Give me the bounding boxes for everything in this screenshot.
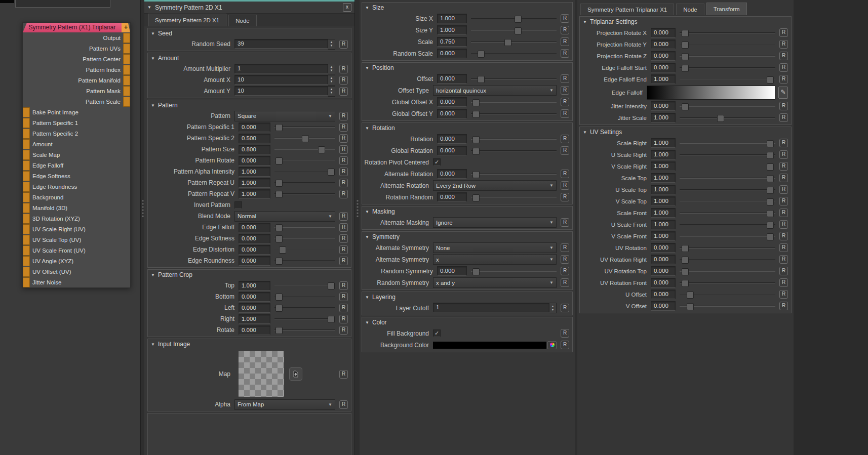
slider-handle[interactable] [275,191,283,198]
input-connector[interactable] [23,107,30,117]
value-field[interactable]: 1.000 [651,231,676,241]
slider[interactable] [274,133,335,144]
reset-button[interactable]: R [779,290,788,299]
spinner-buttons[interactable]: ▲▼ [328,75,335,86]
reset-button[interactable]: R [779,28,788,37]
slider-handle[interactable] [472,194,480,201]
reset-button[interactable]: R [561,255,569,264]
reset-button[interactable]: R [339,87,348,96]
slider[interactable] [274,324,335,336]
spin-up-icon[interactable]: ▲ [330,65,333,69]
value-field[interactable]: 0.000 [239,325,270,335]
slider-handle[interactable] [275,124,283,131]
reset-button[interactable]: R [561,49,569,58]
reset-button[interactable]: R [339,212,348,221]
slider[interactable] [471,192,557,203]
input-connector[interactable] [23,267,30,277]
slider-handle[interactable] [472,268,480,275]
reset-button[interactable]: R [339,145,348,154]
reset-button[interactable]: R [561,181,569,190]
spin-up-icon[interactable]: ▲ [330,40,333,44]
slider[interactable] [274,188,335,199]
value-field[interactable]: 1.000 [239,281,270,291]
slider-handle[interactable] [472,148,480,155]
value-field[interactable]: 0.000 [651,278,676,287]
value-field[interactable]: 0.000 [651,255,676,264]
input-connector[interactable] [23,245,30,256]
slider[interactable] [274,291,335,302]
reset-button[interactable]: R [561,109,569,118]
slider-handle[interactable] [682,103,689,110]
slider[interactable] [471,48,557,59]
reset-button[interactable]: R [561,37,569,46]
reset-button[interactable]: R [339,293,348,301]
slider-handle[interactable] [472,136,480,143]
reset-button[interactable]: R [779,220,788,229]
slider[interactable] [680,277,775,288]
slider[interactable] [274,121,335,133]
node-graph-panel[interactable]: Symmetry Pattern (X1) Triplanar + Output… [0,0,141,455]
falloff-gradient[interactable] [647,86,775,100]
reset-button[interactable]: R [561,341,569,349]
slider-handle[interactable] [687,292,694,299]
reset-button[interactable]: R [339,112,348,120]
slider-handle[interactable] [318,146,325,153]
slider-handle[interactable] [472,171,480,178]
slider[interactable] [680,231,775,242]
slider-handle[interactable] [328,316,335,323]
slider-handle[interactable] [767,233,774,240]
input-connector[interactable] [23,150,30,160]
slider[interactable] [471,25,557,36]
slider[interactable] [680,242,775,254]
spin-down-icon[interactable]: ▼ [551,308,555,312]
value-field[interactable]: 0.000 [239,156,270,166]
reset-button[interactable]: R [339,245,348,254]
reset-button[interactable]: R [561,193,569,201]
checkbox[interactable]: ✓ [433,329,441,337]
value-field[interactable]: 0.000 [239,292,270,302]
reset-button[interactable]: R [779,209,788,217]
spin-up-icon[interactable]: ▲ [551,305,555,308]
reset-button[interactable]: R [339,65,348,73]
slider-handle[interactable] [328,282,335,289]
value-field[interactable]: 10 [234,75,328,85]
input-connector[interactable] [23,256,30,266]
value-field[interactable]: 1.000 [437,14,467,23]
value-field[interactable]: 1.000 [651,150,676,159]
reset-button[interactable]: R [779,302,788,310]
output-connector[interactable] [123,54,130,64]
reset-button[interactable]: R [561,278,569,287]
value-field[interactable]: 0.750 [437,37,467,47]
value-field[interactable]: 0.000 [651,28,676,37]
value-field[interactable]: 0.000 [437,266,467,276]
input-connector[interactable] [23,203,30,213]
value-field[interactable]: 0.000 [651,101,676,111]
reset-button[interactable]: R [779,75,788,84]
slider[interactable] [274,177,335,188]
dropdown[interactable]: Normal▼ [234,211,335,222]
output-connector[interactable] [123,44,130,54]
reset-button[interactable]: R [339,190,348,198]
input-connector[interactable] [23,139,30,149]
slider[interactable] [680,196,775,207]
value-field[interactable]: 0.000 [437,74,467,84]
value-field[interactable]: 1.000 [239,189,270,199]
reset-button[interactable]: R [779,102,788,110]
reset-button[interactable]: R [561,14,569,23]
slider-handle[interactable] [275,224,283,231]
spinner-buttons[interactable]: ▲▼ [328,64,335,74]
input-connector[interactable] [23,224,30,234]
value-field[interactable]: 1.000 [651,196,676,206]
group-header[interactable]: ▼Pattern [148,100,351,110]
slider[interactable] [471,108,557,119]
value-field[interactable]: 0.000 [239,223,270,232]
slider[interactable] [680,219,775,230]
color-swatch[interactable] [433,342,546,349]
slider[interactable] [680,39,775,50]
dropdown[interactable]: From Map▼ [234,399,335,410]
value-field[interactable]: 0.000 [437,146,467,155]
value-field[interactable]: 0.000 [239,234,270,243]
reset-button[interactable]: R [561,218,569,227]
slider-handle[interactable] [478,76,485,83]
reset-button[interactable]: R [339,281,348,290]
